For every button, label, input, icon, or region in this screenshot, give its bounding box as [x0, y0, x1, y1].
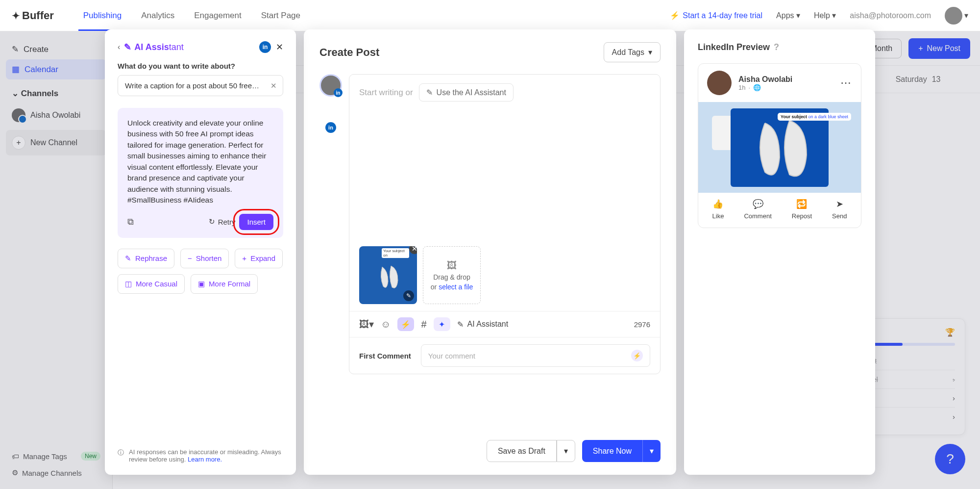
tab-engagement[interactable]: Engagement — [194, 1, 241, 30]
repost-button[interactable]: 🔁Repost — [792, 199, 812, 220]
save-draft-menu[interactable]: ▾ — [557, 440, 575, 462]
sparkle-toggle[interactable]: ✦ — [434, 317, 450, 331]
preview-name: Aisha Owolabi — [738, 75, 792, 84]
copy-icon[interactable]: ⧉ — [127, 217, 134, 227]
drag-label: Drag & drop — [433, 273, 470, 281]
help-label: Help — [814, 11, 830, 20]
preview-caption: Your subject on a dark blue sheet — [778, 113, 851, 121]
linkedin-channel-icon[interactable]: in — [259, 41, 271, 53]
add-tags-button[interactable]: Add Tags ▾ — [604, 42, 661, 62]
comment-ai-icon[interactable]: ⚡ — [631, 350, 643, 361]
expand-button[interactable]: + Expand — [235, 249, 283, 268]
composer-avatar[interactable] — [319, 74, 342, 97]
or-label: or — [431, 283, 439, 291]
media-picker-icon[interactable]: 🖼▾ — [359, 318, 374, 330]
insert-button[interactable]: Insert — [239, 214, 273, 230]
brand-logo[interactable]: Buffer — [12, 9, 54, 22]
preview-actions: 👍Like 💬Comment 🔁Repost ➤Send — [698, 193, 861, 228]
expand-label: Expand — [250, 254, 275, 262]
trial-text: Start a 14-day free trial — [683, 11, 762, 20]
close-button[interactable]: ✕ — [276, 42, 283, 52]
add-tags-label: Add Tags — [612, 48, 644, 57]
attachment-row: Your subject on ✕ ✎ 🖼 Drag & drop or sel… — [349, 246, 660, 311]
user-email: aisha@photoroom.com — [850, 11, 931, 20]
lightning-toggle[interactable]: ⚡ — [397, 317, 414, 331]
ai-header: ‹ ✎AI Assistant in ✕ — [118, 41, 283, 53]
preview-more-icon[interactable]: ⋯ — [840, 77, 852, 89]
hashtag-icon[interactable]: # — [421, 319, 426, 330]
emoji-icon[interactable]: ☺ — [381, 319, 391, 330]
help-menu[interactable]: Help ▾ — [814, 11, 836, 20]
like-icon: 👍 — [712, 199, 723, 209]
back-button[interactable]: ‹ — [118, 43, 120, 51]
remove-attachment-icon[interactable]: ✕ — [409, 246, 417, 254]
linkedin-preview-panel: LinkedIn Preview ? Aisha Owolabi 1h · 🌐 … — [684, 29, 875, 475]
ai-title-bold: AI Assis — [134, 42, 169, 52]
retry-button[interactable]: ↻ Retry — [209, 217, 236, 226]
repost-label: Repost — [792, 212, 812, 220]
tab-publishing[interactable]: Publishing — [83, 1, 122, 30]
create-post-title: Create Post — [319, 46, 379, 59]
rephrase-label: Rephrase — [135, 254, 167, 262]
like-button[interactable]: 👍Like — [712, 199, 724, 220]
nav-right: ⚡ Start a 14-day free trial Apps ▾ Help … — [670, 7, 968, 25]
save-draft-button[interactable]: Save as Draft — [487, 440, 557, 462]
attachment-thumbnail[interactable]: Your subject on ✕ ✎ — [359, 246, 417, 304]
insert-label: Insert — [247, 218, 266, 226]
repost-icon: 🔁 — [796, 199, 807, 209]
image-icon: 🖼 — [447, 260, 457, 271]
preview-title: LinkedIn Preview ? — [698, 42, 861, 52]
preview-card: Aisha Owolabi 1h · 🌐 ⋯ Your subject on a… — [698, 63, 861, 228]
preview-card-header: Aisha Owolabi 1h · 🌐 ⋯ — [698, 64, 861, 102]
info-icon: ⓘ — [118, 448, 124, 463]
tab-startpage[interactable]: Start Page — [261, 1, 300, 30]
attachment-dropzone[interactable]: 🖼 Drag & drop or select a file — [423, 246, 481, 304]
select-file-link[interactable]: select a file — [439, 283, 473, 291]
more-casual-button[interactable]: ◫ More Casual — [118, 274, 185, 294]
trial-link[interactable]: ⚡ Start a 14-day free trial — [670, 11, 762, 20]
first-comment-placeholder: Your comment — [428, 352, 475, 360]
retry-label: Retry — [218, 218, 236, 226]
ai-title: ✎AI Assistant — [124, 42, 183, 52]
editor-card: Start writing or ✎ Use the AI Assistant … — [349, 74, 661, 374]
shorten-button[interactable]: − Shorten — [180, 249, 229, 268]
globe-icon: 🌐 — [753, 84, 761, 91]
send-icon: ➤ — [836, 199, 843, 209]
share-now-button[interactable]: Share Now — [582, 440, 642, 462]
nav-tabs: Publishing Analytics Engagement Start Pa… — [83, 1, 300, 30]
clear-icon[interactable]: ✕ — [270, 81, 277, 90]
comment-icon: 💬 — [753, 199, 763, 209]
first-comment-input[interactable]: Your comment ⚡ — [421, 344, 650, 367]
apps-label: Apps — [776, 11, 794, 20]
modal-panels: ‹ ✎AI Assistant in ✕ What do you want to… — [0, 29, 980, 475]
composer-row: in Start writing or ✎ Use the AI Assista… — [319, 74, 661, 374]
user-avatar-menu[interactable]: ▾ — [945, 7, 968, 25]
linkedin-badge-icon[interactable]: in — [325, 122, 336, 133]
editor-placeholder: Start writing or — [359, 88, 413, 98]
send-button[interactable]: ➤Send — [832, 199, 847, 220]
create-post-footer: Save as Draft ▾ Share Now ▾ — [319, 430, 661, 462]
ai-assistant-button[interactable]: ✎ AI Assistant — [457, 320, 509, 329]
preview-avatar-icon — [707, 71, 732, 95]
generated-text: Unlock creativity and elevate your onlin… — [127, 118, 273, 206]
learn-more-link[interactable]: Learn more. — [188, 456, 222, 463]
create-post-panel: Create Post Add Tags ▾ in Start writing … — [304, 29, 676, 475]
tab-analytics[interactable]: Analytics — [141, 1, 174, 30]
ai-assistant-label: AI Assistant — [467, 320, 509, 329]
rephrase-button[interactable]: ✎ Rephrase — [118, 249, 174, 268]
ai-assistant-panel: ‹ ✎AI Assistant in ✕ What do you want to… — [105, 29, 296, 475]
use-ai-button[interactable]: ✎ Use the AI Assistant — [419, 83, 514, 102]
preview-caption-bold: Your subject — [781, 114, 807, 119]
preview-title-text: LinkedIn Preview — [698, 42, 770, 52]
prompt-label: What do you want to write about? — [118, 62, 283, 70]
avatar-icon — [945, 7, 962, 25]
comment-button[interactable]: 💬Comment — [744, 199, 771, 220]
prompt-input[interactable]: Write a caption for a post about 50 free… — [118, 75, 283, 96]
share-now-menu[interactable]: ▾ — [642, 440, 661, 462]
preview-image: Your subject on a dark blue sheet — [698, 102, 861, 193]
apps-menu[interactable]: Apps ▾ — [776, 11, 800, 20]
editor-area[interactable]: Start writing or ✎ Use the AI Assistant — [349, 75, 660, 246]
more-formal-button[interactable]: ▣ More Formal — [191, 274, 258, 294]
help-icon[interactable]: ? — [774, 42, 779, 52]
edit-attachment-icon[interactable]: ✎ — [403, 290, 414, 301]
